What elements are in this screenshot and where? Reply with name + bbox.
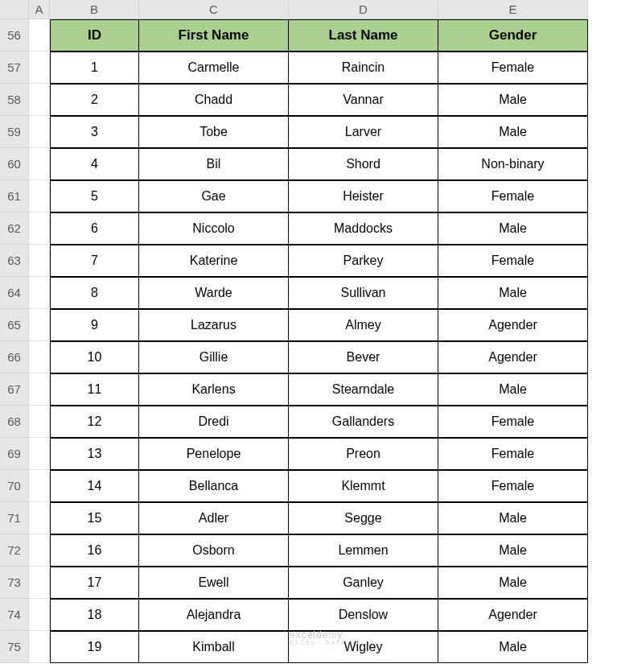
cell-a[interactable] [29,438,50,470]
cell-a[interactable] [29,567,50,599]
table-cell-last[interactable]: Shord [289,148,438,180]
row-header[interactable]: 63 [0,245,29,277]
row-header[interactable]: 73 [0,567,29,599]
table-cell-last[interactable]: Heister [289,180,438,212]
table-cell-first[interactable]: Gae [139,180,289,212]
table-cell-id[interactable]: 11 [50,373,139,406]
cell-a[interactable] [29,180,50,212]
table-cell-first[interactable]: Warde [139,277,289,309]
table-cell-gender[interactable]: Agender [438,599,588,631]
table-cell-first[interactable]: Alejandra [139,599,289,631]
row-header[interactable]: 69 [0,438,29,470]
table-cell-last[interactable]: Vannar [289,84,438,116]
row-header[interactable]: 62 [0,212,29,245]
cell-a[interactable] [29,84,50,116]
table-cell-last[interactable]: Denslow [289,599,438,631]
table-cell-first[interactable]: Niccolo [139,212,289,245]
table-cell-last[interactable]: Ganley [289,567,438,599]
table-cell-gender[interactable]: Male [438,277,588,309]
table-cell-last[interactable]: Larver [289,116,438,148]
table-cell-first[interactable]: Bellanca [139,470,289,502]
cell-a[interactable] [29,148,50,180]
table-cell-first[interactable]: Carmelle [139,52,289,84]
table-cell-first[interactable]: Adler [139,502,289,534]
table-cell-id[interactable]: 12 [50,406,139,438]
cell-a[interactable] [29,406,50,438]
table-cell-last[interactable]: Gallanders [289,406,438,438]
table-cell-gender[interactable]: Male [438,116,588,148]
cell-a[interactable] [29,502,50,534]
table-cell-last[interactable]: Segge [289,502,438,534]
table-cell-id[interactable]: 19 [50,631,139,663]
cell-a[interactable] [29,599,50,631]
table-cell-gender[interactable]: Male [438,212,588,245]
row-header[interactable]: 59 [0,116,29,148]
table-cell-id[interactable]: 8 [50,277,139,309]
table-header-last[interactable]: Last Name [289,19,438,52]
table-cell-gender[interactable]: Female [438,180,588,212]
cell-a[interactable] [29,277,50,309]
table-cell-gender[interactable]: Male [438,567,588,599]
table-cell-last[interactable]: Raincin [289,52,438,84]
table-cell-first[interactable]: Ewell [139,567,289,599]
table-cell-first[interactable]: Osborn [139,534,289,567]
cell-a[interactable] [29,309,50,341]
row-header[interactable]: 74 [0,599,29,631]
table-cell-gender[interactable]: Female [438,52,588,84]
table-cell-gender[interactable]: Male [438,534,588,567]
table-cell-last[interactable]: Preon [289,438,438,470]
row-header[interactable]: 71 [0,502,29,534]
row-header[interactable]: 64 [0,277,29,309]
table-cell-id[interactable]: 5 [50,180,139,212]
table-cell-id[interactable]: 3 [50,116,139,148]
row-header[interactable]: 67 [0,373,29,406]
table-cell-first[interactable]: Karlens [139,373,289,406]
table-cell-gender[interactable]: Agender [438,309,588,341]
table-header-gender[interactable]: Gender [438,19,588,52]
table-cell-last[interactable]: Wigley [289,631,438,663]
table-cell-first[interactable]: Katerine [139,245,289,277]
table-cell-first[interactable]: Tobe [139,116,289,148]
cell-a[interactable] [29,245,50,277]
cell-a[interactable] [29,534,50,567]
table-cell-last[interactable]: Stearndale [289,373,438,406]
table-cell-gender[interactable]: Male [438,631,588,663]
col-header-a[interactable]: A [29,0,50,19]
table-cell-id[interactable]: 4 [50,148,139,180]
table-cell-id[interactable]: 1 [50,52,139,84]
cell-a[interactable] [29,19,50,52]
row-header[interactable]: 72 [0,534,29,567]
cell-a[interactable] [29,373,50,406]
row-header[interactable]: 65 [0,309,29,341]
table-cell-id[interactable]: 7 [50,245,139,277]
table-cell-gender[interactable]: Female [438,406,588,438]
table-cell-last[interactable]: Lemmen [289,534,438,567]
table-cell-gender[interactable]: Male [438,373,588,406]
table-cell-first[interactable]: Penelope [139,438,289,470]
table-cell-gender[interactable]: Agender [438,341,588,373]
row-header[interactable]: 60 [0,148,29,180]
table-cell-gender[interactable]: Female [438,245,588,277]
col-header-b[interactable]: B [50,0,139,19]
cell-a[interactable] [29,212,50,245]
table-cell-gender[interactable]: Female [438,470,588,502]
table-cell-id[interactable]: 16 [50,534,139,567]
row-header[interactable]: 68 [0,406,29,438]
table-cell-first[interactable]: Dredi [139,406,289,438]
row-header[interactable]: 70 [0,470,29,502]
table-cell-first[interactable]: Lazarus [139,309,289,341]
row-header[interactable]: 57 [0,52,29,84]
table-cell-last[interactable]: Almey [289,309,438,341]
table-cell-first[interactable]: Kimball [139,631,289,663]
table-cell-id[interactable]: 17 [50,567,139,599]
table-cell-gender[interactable]: Male [438,502,588,534]
row-header[interactable]: 58 [0,84,29,116]
row-header[interactable]: 66 [0,341,29,373]
table-cell-gender[interactable]: Non-binary [438,148,588,180]
table-cell-last[interactable]: Sullivan [289,277,438,309]
col-header-d[interactable]: D [289,0,438,19]
table-cell-last[interactable]: Bever [289,341,438,373]
table-cell-id[interactable]: 6 [50,212,139,245]
col-header-e[interactable]: E [438,0,588,19]
table-cell-id[interactable]: 13 [50,438,139,470]
